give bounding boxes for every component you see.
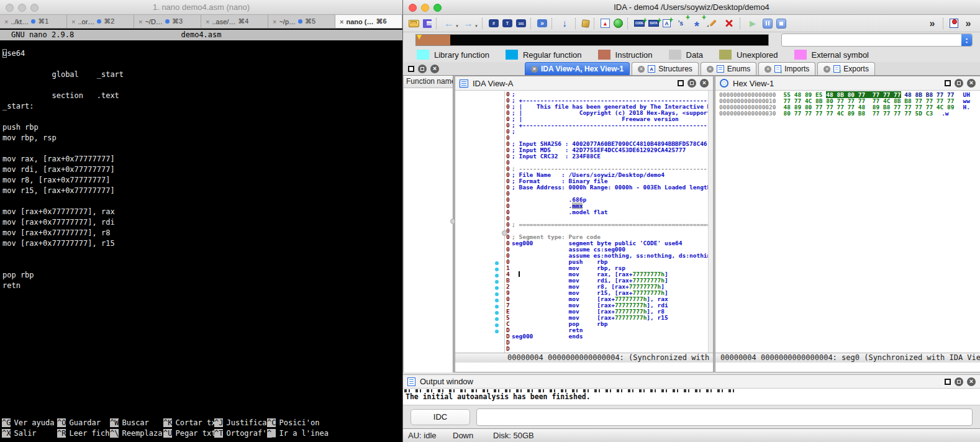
nano-shortcut[interactable]: ^GVer ayuda [2, 418, 57, 428]
nano-shortcut[interactable]: ^RLeer fich. [57, 428, 110, 438]
terminal-tab[interactable]: ×~/D…⌘3 [134, 15, 201, 28]
tab-close-icon[interactable]: × [340, 18, 343, 25]
close-panel-icon[interactable] [700, 79, 709, 88]
debug-run-icon[interactable] [746, 17, 759, 30]
terminal-tab[interactable]: ×../kt…⌘1 [0, 15, 67, 28]
idc-command-input[interactable] [476, 408, 973, 426]
tab-close-icon[interactable]: × [71, 18, 75, 25]
make-ascii-icon[interactable] [663, 19, 671, 27]
tab-close-icon[interactable] [638, 66, 645, 73]
tab-imports[interactable]: Imports [758, 62, 815, 75]
terminal-tab[interactable]: ×..or…⌘2 [67, 15, 134, 28]
maximize-panel-icon[interactable] [945, 379, 951, 385]
nano-shortcut[interactable]: ^UPegar txt [163, 428, 214, 438]
combobox-stepper-icon[interactable]: ▲▼ [961, 34, 972, 46]
vertical-scrollbar[interactable] [708, 91, 713, 353]
navigation-band[interactable] [415, 34, 769, 46]
hex-dump-body[interactable]: 000000000000000055 48 89 E5 48 8B 80 77 … [715, 91, 980, 353]
nano-shortcut[interactable]: ^TOrtograf'ia [214, 428, 267, 438]
nav-back-icon[interactable] [443, 17, 455, 30]
tab-close-icon[interactable]: × [206, 18, 209, 25]
splitter-grip-icon[interactable] [502, 230, 507, 236]
nano-shortcut[interactable]: ^_Ir a l'inea [267, 428, 329, 438]
tab-close-icon[interactable]: × [138, 18, 142, 25]
find-imm-icon[interactable] [516, 19, 526, 27]
make-data-icon[interactable] [648, 20, 659, 27]
find-next-icon[interactable] [537, 19, 547, 27]
undefine-icon[interactable] [723, 17, 735, 30]
make-string-icon[interactable] [674, 17, 687, 30]
patch-icon[interactable] [707, 17, 719, 30]
disasm-line: 0; Base Address: 0000h Range: 0000h - 00… [505, 184, 708, 191]
overflow2-icon[interactable] [962, 17, 974, 30]
tab-structures[interactable]: Structures [632, 62, 699, 75]
debug-stop-icon[interactable] [776, 19, 786, 29]
tab-close-icon[interactable] [764, 66, 771, 73]
ida-titlebar[interactable]: IDA - demo4 /Users/soywiz/Desktop/demo4 [403, 0, 980, 15]
jump-icon[interactable] [558, 17, 571, 30]
tab-close-icon[interactable] [823, 66, 830, 73]
colors-icon[interactable] [581, 19, 590, 28]
hex-rows[interactable]: 000000000000000055 48 89 E5 48 8B 80 77 … [719, 92, 970, 117]
ida-view-a-titlebar[interactable]: IDA View-A [455, 76, 713, 91]
save-icon[interactable] [423, 19, 432, 28]
navigator-combobox[interactable]: ▲▼ [781, 34, 973, 47]
functions-column-header[interactable]: Function name [404, 76, 453, 88]
tab-label: ~/D… [145, 18, 162, 25]
close-panel-icon[interactable] [967, 79, 976, 88]
maximize-panel-icon[interactable] [945, 80, 951, 86]
find-binary-icon[interactable] [489, 19, 499, 27]
tab-enums[interactable]: Enums [701, 62, 756, 75]
open-icon[interactable] [409, 20, 419, 27]
terminal-tab[interactable]: ×nano (…⌘6 [335, 15, 402, 28]
nano-shortcut[interactable]: ^JJustificar [214, 418, 267, 428]
disassembly-listing[interactable]: 0;0; +----------------------------------… [504, 91, 708, 353]
overflow-icon[interactable] [926, 17, 938, 30]
hex-view-titlebar[interactable]: Hex View-1 [715, 76, 980, 91]
navigation-pointer-icon[interactable] [417, 35, 422, 40]
nano-shortcut[interactable]: ^CPosici'on [267, 418, 329, 428]
maximize-panel-icon[interactable] [408, 66, 414, 72]
problems-icon[interactable] [601, 19, 610, 28]
restore-panel-icon[interactable] [955, 377, 963, 386]
toolbar-separator [740, 18, 742, 29]
nano-shortcut[interactable]: ^OGuardar [57, 418, 110, 428]
restore-panel-icon[interactable] [687, 79, 696, 88]
tab-close-icon[interactable] [707, 66, 714, 73]
tab-label: Exports [843, 65, 869, 73]
make-unknown-icon[interactable] [691, 17, 703, 30]
close-panel-icon[interactable] [967, 377, 976, 386]
restore-panel-icon[interactable] [418, 65, 427, 73]
tab-close-icon[interactable]: × [273, 18, 276, 25]
find-text-icon[interactable] [502, 19, 512, 27]
make-code-icon[interactable] [634, 20, 645, 27]
line-dot-icon [495, 261, 499, 265]
nano-shortcut[interactable]: ^KCortar txt [163, 418, 214, 428]
terminal-tab[interactable]: ×..ase/…⌘4 [201, 15, 268, 28]
tab-close-icon[interactable] [531, 66, 538, 73]
tab-close-icon[interactable]: × [4, 18, 8, 25]
disassembly-body[interactable]: 0;0; +----------------------------------… [455, 91, 713, 353]
restore-panel-icon[interactable] [955, 79, 963, 88]
nano-shortcut[interactable]: ^\Reemplazar [110, 428, 163, 438]
terminal-titlebar[interactable]: 1. nano demo4.asm (nano) [0, 0, 402, 15]
debug-pause-icon[interactable] [763, 19, 773, 29]
output-titlebar[interactable]: Output window [403, 374, 980, 389]
maximize-panel-icon[interactable] [678, 80, 684, 86]
terminal-tab[interactable]: ×~/p…⌘5 [268, 15, 335, 28]
analysis-icon[interactable] [614, 19, 623, 28]
tab-exports[interactable]: Exports [817, 62, 875, 75]
nano-editor-content[interactable]: use64 global _start section .text_start:… [2, 48, 124, 291]
terminal-cursor: u [2, 49, 7, 58]
close-panel-icon[interactable] [430, 65, 439, 73]
tab-ida-view-a-hex-view-1[interactable]: IDA View-A, Hex View-1 [525, 62, 630, 75]
output-window: Output window The initial autoanalysis h… [403, 372, 980, 442]
nano-shortcut[interactable]: ^WBuscar [110, 418, 163, 428]
nano-shortcut[interactable]: ^XSalir [2, 428, 57, 438]
desktop-icon[interactable] [950, 19, 958, 28]
output-log[interactable]: The initial autoanalysis has been finish… [403, 389, 980, 405]
hex-ascii: .w [941, 110, 948, 117]
editor-line: retn [2, 281, 124, 291]
nav-forward-icon[interactable] [462, 17, 474, 30]
idc-button[interactable]: IDC [411, 409, 470, 425]
